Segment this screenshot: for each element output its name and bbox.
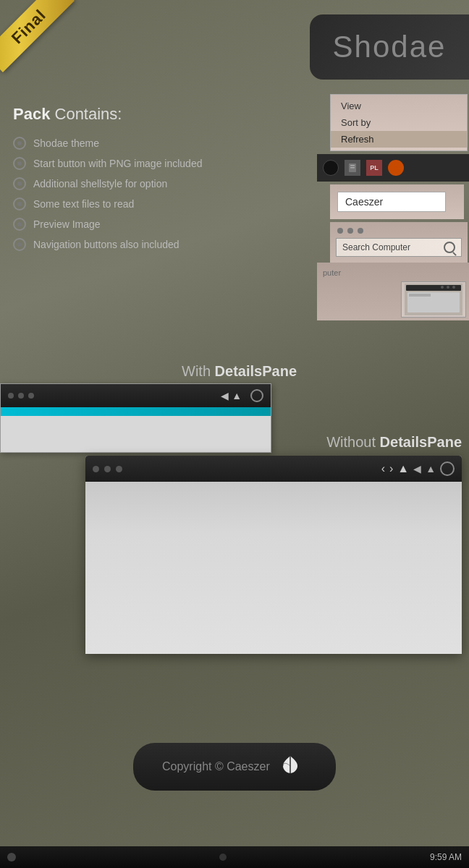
preview-panels: View Sort by Refresh PL Caeszer Search C… bbox=[310, 94, 469, 320]
titlebar-dot-1 bbox=[8, 393, 14, 399]
title-area: Shodae bbox=[310, 14, 469, 80]
dot-3 bbox=[358, 228, 363, 234]
pack-section: Pack Contains: Shodae theme Start button… bbox=[13, 105, 288, 258]
radio-icon bbox=[13, 218, 26, 231]
with-details-label: With DetailsPane bbox=[7, 363, 297, 380]
search-label: Search Computer bbox=[342, 242, 410, 252]
panel-search: Search Computer bbox=[330, 222, 468, 263]
with-prefix: With bbox=[182, 363, 211, 379]
panel-taskbar: PL bbox=[317, 154, 469, 182]
main-dot-3 bbox=[116, 466, 122, 472]
svg-rect-6 bbox=[409, 294, 431, 297]
main-titlebar-dots bbox=[93, 466, 122, 472]
radio-icon bbox=[13, 137, 26, 150]
without-suffix: DetailsPane bbox=[380, 434, 462, 450]
leaf-icon bbox=[280, 754, 300, 779]
main-nav-left-icon: ‹ bbox=[381, 462, 385, 475]
copyright-footer: Copyright © Caeszer bbox=[0, 738, 469, 796]
main-titlebar-nav: ‹ › ▲ ◀ ▲ bbox=[381, 461, 455, 476]
thumb-mini bbox=[401, 281, 466, 318]
menu-item-refresh: Refresh bbox=[331, 131, 467, 148]
without-details-label: Without DetailsPane bbox=[179, 434, 469, 451]
start-button[interactable] bbox=[7, 853, 16, 861]
radio-icon bbox=[13, 177, 26, 190]
system-clock: 9:59 AM bbox=[430, 852, 462, 862]
thumb-text: puter bbox=[323, 268, 463, 277]
main-nav-home-icon: ▲ bbox=[397, 462, 409, 475]
ribbon-label: Final bbox=[0, 0, 75, 72]
window-dots bbox=[336, 228, 462, 234]
svg-rect-2 bbox=[350, 167, 355, 169]
search-bar: Search Computer bbox=[336, 238, 462, 257]
nav-up-icon: ▲ bbox=[232, 390, 242, 401]
copyright-badge: Copyright © Caeszer bbox=[133, 743, 336, 791]
menu-item-view: View bbox=[331, 98, 467, 114]
app-title: Shodae bbox=[333, 30, 447, 64]
ribbon-corner: Final bbox=[0, 0, 80, 80]
system-taskbar: 9:59 AM bbox=[0, 846, 469, 868]
svg-rect-1 bbox=[350, 165, 355, 166]
taskbar-firefox-icon bbox=[388, 160, 404, 176]
panel-input: Caeszer bbox=[330, 184, 464, 219]
main-window-content bbox=[85, 482, 462, 654]
menu-item-sortby: Sort by bbox=[331, 114, 467, 131]
radio-icon bbox=[13, 238, 26, 251]
list-item: Navigation buttons also included bbox=[13, 238, 288, 251]
main-dot-1 bbox=[93, 466, 99, 472]
without-prefix: Without bbox=[326, 434, 376, 450]
svg-point-9 bbox=[452, 286, 455, 289]
copyright-text: Copyright © Caeszer bbox=[162, 760, 270, 773]
nav-back-icon: ◀ bbox=[221, 390, 229, 401]
dot-2 bbox=[347, 228, 353, 234]
main-nav-up-icon: ▲ bbox=[426, 463, 436, 475]
titlebar-nav: ◀ ▲ bbox=[221, 389, 263, 402]
caeszer-input-display: Caeszer bbox=[337, 192, 446, 212]
svg-point-8 bbox=[447, 286, 449, 289]
details-pane-bar bbox=[1, 407, 271, 416]
list-item: Some text files to read bbox=[13, 197, 288, 210]
panel-thumbs: puter bbox=[317, 263, 469, 320]
main-dot-2 bbox=[104, 466, 111, 472]
titlebar-dot-2 bbox=[18, 393, 24, 399]
search-icon bbox=[444, 242, 455, 253]
taskbar-button-1 bbox=[323, 160, 339, 176]
radio-icon bbox=[13, 157, 26, 170]
list-item: Additional shellstyle for option bbox=[13, 177, 288, 190]
titlebar-dots bbox=[8, 393, 34, 399]
taskbar-pl-icon: PL bbox=[366, 160, 382, 176]
pack-title: Pack Contains: bbox=[13, 105, 288, 124]
window-titlebar: ◀ ▲ bbox=[1, 384, 271, 407]
main-titlebar: ‹ › ▲ ◀ ▲ bbox=[85, 456, 462, 482]
nav-search-icon bbox=[250, 389, 263, 402]
svg-point-7 bbox=[441, 286, 444, 289]
tray-icon bbox=[219, 854, 227, 861]
main-search-icon bbox=[440, 461, 455, 476]
with-suffix: DetailsPane bbox=[215, 363, 297, 379]
titlebar-dot-3 bbox=[28, 393, 34, 399]
main-window: ‹ › ▲ ◀ ▲ bbox=[85, 456, 462, 654]
dot-1 bbox=[337, 228, 343, 234]
file-icon bbox=[345, 160, 360, 176]
list-item: Start button with PNG image included bbox=[13, 157, 288, 170]
main-nav-right-icon: › bbox=[389, 462, 393, 475]
radio-icon bbox=[13, 197, 26, 210]
panel-menu: View Sort by Refresh bbox=[330, 94, 468, 151]
main-nav-back-icon: ◀ bbox=[413, 463, 421, 475]
list-item: Preview Image bbox=[13, 218, 288, 231]
list-item: Shodae theme bbox=[13, 137, 288, 150]
